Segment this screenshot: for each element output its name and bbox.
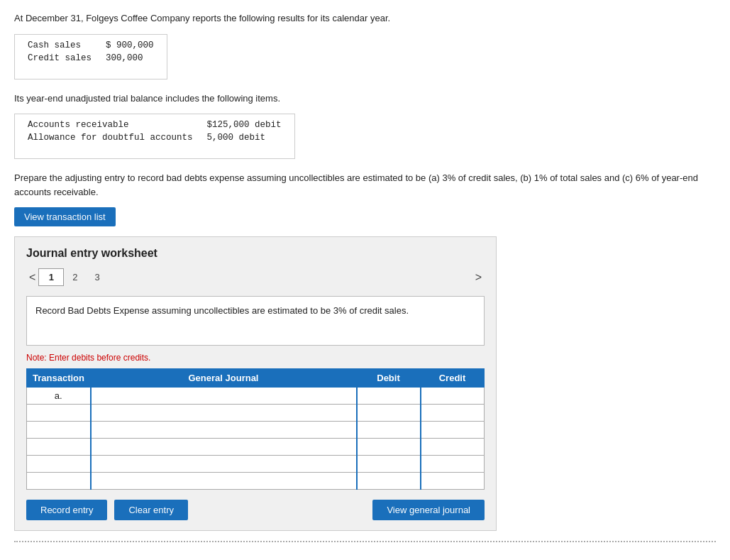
- journal-input-2[interactable]: [92, 405, 356, 421]
- transaction-cell-4: [27, 439, 91, 456]
- debit-input-6[interactable]: [358, 473, 420, 489]
- credit-input-6[interactable]: [421, 473, 485, 489]
- debit-input-3[interactable]: [358, 422, 420, 438]
- tab-1[interactable]: 1: [38, 268, 64, 286]
- worksheet-title: Journal entry worksheet: [26, 247, 485, 260]
- ar-value: $125,000 debit: [200, 119, 289, 131]
- debit-cell-1[interactable]: [357, 388, 421, 405]
- credit-cell-4[interactable]: [421, 439, 485, 456]
- credit-input-2[interactable]: [421, 405, 485, 421]
- credit-sales-label: Credit sales: [21, 52, 99, 65]
- journal-input-3[interactable]: [92, 422, 356, 438]
- journal-input-5[interactable]: [92, 456, 356, 472]
- credit-cell-6[interactable]: [421, 473, 485, 490]
- transaction-cell-5: [27, 456, 91, 473]
- cash-sales-label: Cash sales: [21, 39, 99, 52]
- debit-cell-4[interactable]: [357, 439, 421, 456]
- table-row: [27, 456, 485, 473]
- tab-2[interactable]: 2: [64, 269, 86, 285]
- journal-table: Transaction General Journal Debit Credit…: [26, 368, 485, 490]
- table-row: Credit sales 300,000: [21, 52, 161, 65]
- trial-balance-text: Its year-end unadjusted trial balance in…: [14, 92, 716, 106]
- debit-cell-6[interactable]: [357, 473, 421, 490]
- trial-balance-table-wrapper: Accounts receivable $125,000 debit Allow…: [14, 114, 295, 159]
- credit-cell-3[interactable]: [421, 422, 485, 439]
- allowance-value: 5,000 debit: [200, 131, 289, 144]
- action-buttons-row: Record entry Clear entry View general jo…: [26, 500, 485, 520]
- intro-paragraph: At December 31, Folgeys Coffee Company r…: [14, 11, 716, 26]
- debit-cell-2[interactable]: [357, 405, 421, 422]
- journal-input-1[interactable]: [92, 388, 356, 404]
- table-row: a.: [27, 388, 485, 405]
- table-header-row: Transaction General Journal Debit Credit: [27, 369, 485, 388]
- journal-input-4[interactable]: [92, 439, 356, 455]
- prepare-text: Prepare the adjusting entry to record ba…: [14, 171, 716, 199]
- instruction-text: Record Bad Debts Expense assuming uncoll…: [35, 305, 409, 316]
- debit-input-1[interactable]: [358, 388, 420, 404]
- journal-cell-6[interactable]: [91, 473, 357, 490]
- credit-cell-2[interactable]: [421, 405, 485, 422]
- col-header-transaction: Transaction: [27, 369, 91, 388]
- credit-cell-1[interactable]: [421, 388, 485, 405]
- col-header-journal: General Journal: [91, 369, 357, 388]
- table-row: [27, 439, 485, 456]
- journal-input-6[interactable]: [92, 473, 356, 489]
- credit-input-1[interactable]: [421, 388, 485, 404]
- debit-input-5[interactable]: [358, 456, 420, 472]
- note-text: Note: Enter debits before credits.: [26, 353, 485, 363]
- table-row: [27, 405, 485, 422]
- journal-cell-2[interactable]: [91, 405, 357, 422]
- debit-input-4[interactable]: [358, 439, 420, 455]
- bottom-divider: [14, 541, 716, 542]
- credit-input-5[interactable]: [421, 456, 485, 472]
- debit-input-2[interactable]: [358, 405, 420, 421]
- record-entry-button[interactable]: Record entry: [26, 500, 107, 520]
- table-row: [27, 422, 485, 439]
- sales-table-wrapper: Cash sales $ 900,000 Credit sales 300,00…: [14, 34, 167, 79]
- transaction-cell-a: a.: [27, 388, 91, 405]
- table-row: Cash sales $ 900,000: [21, 39, 161, 52]
- allowance-label: Allowance for doubtful accounts: [21, 131, 200, 144]
- col-header-credit: Credit: [421, 369, 485, 388]
- credit-input-4[interactable]: [421, 439, 485, 455]
- tab-3[interactable]: 3: [87, 269, 109, 285]
- chevron-left-icon[interactable]: <: [26, 270, 38, 285]
- journal-cell-5[interactable]: [91, 456, 357, 473]
- view-transaction-button[interactable]: View transaction list: [14, 207, 116, 226]
- chevron-right-icon[interactable]: >: [472, 270, 485, 285]
- ar-label: Accounts receivable: [21, 119, 200, 131]
- table-row: [27, 473, 485, 490]
- journal-cell-3[interactable]: [91, 422, 357, 439]
- transaction-cell-6: [27, 473, 91, 490]
- debit-cell-3[interactable]: [357, 422, 421, 439]
- transaction-cell-2: [27, 405, 91, 422]
- tab-navigation: < 1 2 3 >: [26, 268, 485, 286]
- journal-cell-4[interactable]: [91, 439, 357, 456]
- debit-cell-5[interactable]: [357, 456, 421, 473]
- table-row: Allowance for doubtful accounts 5,000 de…: [21, 131, 289, 144]
- transaction-cell-3: [27, 422, 91, 439]
- credit-cell-5[interactable]: [421, 456, 485, 473]
- worksheet-container: Journal entry worksheet < 1 2 3 > Record…: [14, 236, 497, 531]
- credit-sales-value: 300,000: [99, 52, 161, 65]
- journal-cell-1[interactable]: [91, 388, 357, 405]
- view-general-journal-button[interactable]: View general journal: [372, 500, 485, 520]
- sales-table: Cash sales $ 900,000 Credit sales 300,00…: [21, 39, 161, 65]
- table-row: Accounts receivable $125,000 debit: [21, 119, 289, 131]
- credit-input-3[interactable]: [421, 422, 485, 438]
- col-header-debit: Debit: [357, 369, 421, 388]
- clear-entry-button[interactable]: Clear entry: [114, 500, 188, 520]
- cash-sales-value: $ 900,000: [99, 39, 161, 52]
- instruction-box: Record Bad Debts Expense assuming uncoll…: [26, 296, 485, 346]
- trial-balance-table: Accounts receivable $125,000 debit Allow…: [21, 119, 289, 144]
